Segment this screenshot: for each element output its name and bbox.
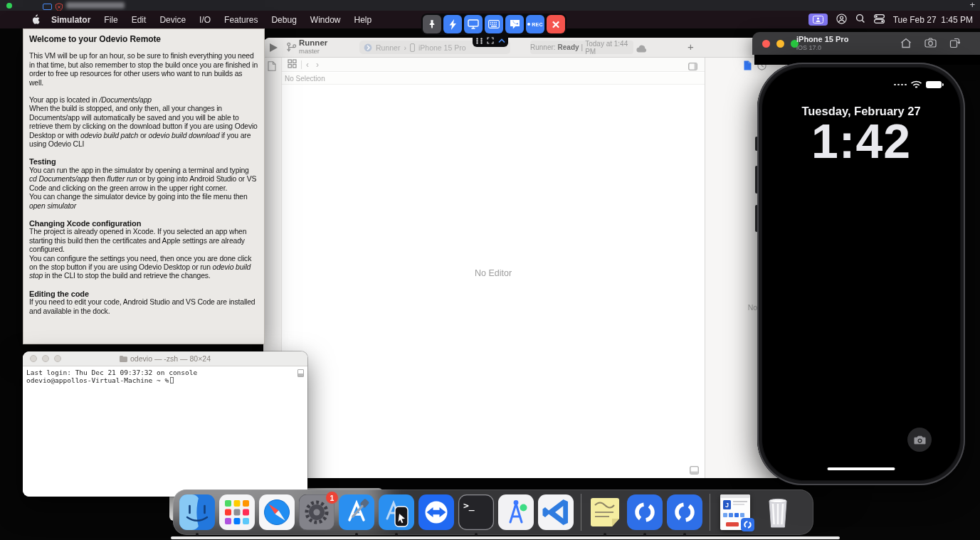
lock-screen[interactable]: Tuesday, February 27 1:42 bbox=[762, 68, 960, 480]
dock-minimized-window[interactable]: J bbox=[720, 494, 750, 530]
rotate-device-icon[interactable] bbox=[949, 38, 960, 48]
home-button-icon[interactable] bbox=[900, 38, 912, 48]
build-action-button[interactable] bbox=[443, 15, 462, 33]
dock-stickies[interactable] bbox=[587, 494, 623, 530]
control-center-icon[interactable] bbox=[874, 14, 885, 26]
camera-shortcut-button[interactable] bbox=[907, 428, 932, 452]
redacted-session-title bbox=[66, 2, 125, 9]
call-support-button[interactable] bbox=[505, 15, 524, 33]
simulator-device-title: iPhone 15 Pro bbox=[796, 35, 848, 43]
running-indicator bbox=[643, 533, 646, 536]
back-button[interactable]: ‹ bbox=[306, 60, 309, 70]
terminal-line: odevio@appollos-Virtual-Machine ~ % bbox=[26, 376, 304, 384]
running-indicator bbox=[475, 533, 478, 536]
menu-bar-status-items: Tue Feb 27 1:45 PM bbox=[808, 11, 973, 28]
odevio-badge-icon bbox=[741, 518, 754, 531]
inspector-toggle-icon[interactable] bbox=[688, 60, 697, 73]
dock-teamviewer[interactable] bbox=[418, 494, 454, 530]
dock-android-studio[interactable] bbox=[498, 494, 534, 530]
terminal-content[interactable]: Last login: Thu Dec 21 09:37:32 on conso… bbox=[23, 366, 307, 497]
editor-bottom-bar bbox=[282, 461, 705, 478]
close-icon: ✕ bbox=[552, 19, 561, 30]
status-time: Today at 1:44 PM bbox=[585, 40, 633, 55]
camera-icon bbox=[914, 435, 926, 445]
terminal-output: Last login: Thu Dec 21 09:37:32 on conso… bbox=[26, 369, 304, 384]
display-button[interactable] bbox=[464, 15, 483, 33]
dock-vscode[interactable] bbox=[538, 494, 574, 530]
screenshot-camera-icon[interactable] bbox=[924, 38, 937, 48]
dock-safari[interactable] bbox=[259, 494, 295, 530]
dock-launchpad[interactable] bbox=[219, 494, 255, 530]
terminal-line: Last login: Thu Dec 21 09:37:32 on conso… bbox=[26, 369, 304, 376]
apple-menu-icon[interactable] bbox=[31, 14, 41, 25]
menu-window[interactable]: Window bbox=[310, 15, 341, 25]
dock-odevio-2[interactable] bbox=[667, 494, 702, 530]
menu-file[interactable]: File bbox=[104, 15, 117, 25]
forward-button[interactable]: › bbox=[316, 60, 319, 70]
iphone-15-pro-simulator[interactable]: Tuesday, February 27 1:42 bbox=[757, 63, 965, 485]
spotlight-search-icon[interactable] bbox=[855, 14, 865, 26]
keyboard-button[interactable] bbox=[485, 15, 503, 33]
run-button[interactable] bbox=[270, 43, 278, 52]
document-icon[interactable] bbox=[268, 61, 276, 74]
dock-divider bbox=[581, 494, 581, 531]
simulator-title-bar: iPhone 15 Pro iOS 17.0 bbox=[752, 32, 980, 55]
dock-finder[interactable] bbox=[179, 494, 215, 530]
remote-viewer-bar: + bbox=[0, 0, 980, 11]
message-phone-icon bbox=[510, 19, 520, 29]
new-tab-button[interactable]: + bbox=[969, 0, 975, 10]
menu-bar-clock[interactable]: Tue Feb 27 1:45 PM bbox=[893, 15, 973, 25]
project-name: Runner bbox=[299, 39, 327, 47]
drag-handle-icon[interactable] bbox=[476, 38, 483, 44]
fullscreen-icon[interactable] bbox=[487, 37, 494, 44]
dock-system-settings[interactable]: 1 bbox=[299, 494, 334, 530]
terminal-window[interactable]: odevio — -zsh — 80×24 Last login: Thu De… bbox=[23, 351, 307, 497]
close-session-button[interactable]: ✕ bbox=[547, 15, 565, 33]
lock-screen-clock: 1:42 bbox=[762, 113, 960, 169]
record-button[interactable]: REC bbox=[526, 15, 544, 33]
collapse-chevron-icon[interactable] bbox=[498, 38, 505, 43]
close-window-button[interactable] bbox=[762, 40, 770, 48]
active-app-menu[interactable]: Simulator bbox=[51, 15, 90, 25]
desktop: + Simulator FileEditDeviceI/OFeaturesDeb… bbox=[0, 0, 980, 540]
window-green-light[interactable] bbox=[6, 3, 12, 9]
editor-area[interactable]: No Editor bbox=[282, 85, 705, 461]
terminal-cursor bbox=[170, 377, 174, 383]
folder-proxy-icon bbox=[120, 356, 127, 362]
battery-icon bbox=[926, 81, 942, 88]
menu-io[interactable]: I/O bbox=[199, 15, 211, 25]
dock-odevio[interactable] bbox=[627, 494, 663, 530]
minimize-window-button[interactable] bbox=[776, 40, 784, 48]
simulator-window-controls[interactable] bbox=[762, 40, 799, 48]
note-heading: Testing bbox=[29, 157, 258, 166]
menu-device[interactable]: Device bbox=[159, 15, 186, 25]
debug-area-toggle-icon[interactable] bbox=[690, 465, 699, 477]
dock-simulator[interactable] bbox=[379, 494, 414, 530]
no-editor-placeholder: No Editor bbox=[475, 268, 512, 278]
dock-trash[interactable] bbox=[760, 494, 796, 530]
running-indicator bbox=[683, 533, 686, 536]
status-separator: | bbox=[581, 43, 584, 51]
pin-toolbar-button[interactable] bbox=[423, 15, 441, 33]
record-dot-icon bbox=[527, 23, 530, 26]
menu-edit[interactable]: Edit bbox=[132, 15, 147, 25]
project-name-block[interactable]: Runner master bbox=[299, 39, 327, 55]
related-items-icon[interactable] bbox=[288, 58, 297, 71]
note-paragraph: If you need to edit your code, Android S… bbox=[29, 298, 258, 316]
note-gap bbox=[29, 43, 258, 52]
bottom-edge-strip bbox=[171, 536, 840, 539]
menu-help[interactable]: Help bbox=[354, 15, 372, 25]
library-add-button[interactable]: + bbox=[687, 41, 694, 53]
dock-xcode[interactable] bbox=[339, 494, 374, 530]
menu-debug[interactable]: Debug bbox=[271, 15, 296, 25]
dock-terminal[interactable]: >_ bbox=[458, 494, 494, 530]
file-inspector-icon[interactable] bbox=[744, 60, 752, 73]
menu-features[interactable]: Features bbox=[224, 15, 258, 25]
user-account-icon[interactable] bbox=[836, 14, 847, 26]
dock: 1 >_ J bbox=[173, 489, 813, 535]
screen-sharing-icon[interactable] bbox=[808, 14, 828, 26]
odevio-overlay-toolbar: REC ✕ bbox=[421, 14, 567, 35]
running-indicator bbox=[604, 533, 606, 536]
note-gap bbox=[29, 88, 258, 96]
home-indicator[interactable] bbox=[828, 467, 895, 471]
